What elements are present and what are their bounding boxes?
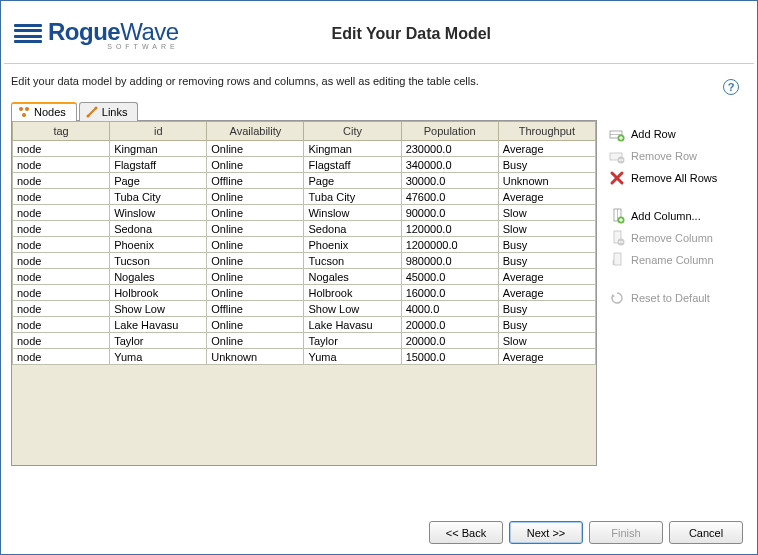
table-cell[interactable]: Show Low	[304, 301, 401, 317]
table-cell[interactable]: Online	[207, 269, 304, 285]
table-cell[interactable]: Slow	[498, 333, 595, 349]
table-cell[interactable]: 340000.0	[401, 157, 498, 173]
column-header[interactable]: tag	[13, 122, 110, 141]
table-cell[interactable]: Busy	[498, 237, 595, 253]
table-cell[interactable]: Page	[304, 173, 401, 189]
table-cell[interactable]: node	[13, 205, 110, 221]
table-cell[interactable]: Winslow	[304, 205, 401, 221]
table-cell[interactable]: Online	[207, 333, 304, 349]
add-column-button[interactable]: Add Column...	[607, 205, 747, 227]
table-row[interactable]: nodeKingmanOnlineKingman230000.0Average	[13, 141, 596, 157]
table-cell[interactable]: Average	[498, 269, 595, 285]
table-row[interactable]: nodePageOfflinePage30000.0Unknown	[13, 173, 596, 189]
table-cell[interactable]: Lake Havasu	[304, 317, 401, 333]
table-cell[interactable]: Tuba City	[304, 189, 401, 205]
table-cell[interactable]: node	[13, 141, 110, 157]
table-cell[interactable]: 1200000.0	[401, 237, 498, 253]
table-cell[interactable]: Tucson	[304, 253, 401, 269]
column-header[interactable]: Availability	[207, 122, 304, 141]
table-row[interactable]: nodeSedonaOnlineSedona120000.0Slow	[13, 221, 596, 237]
table-cell[interactable]: Online	[207, 317, 304, 333]
table-cell[interactable]: 45000.0	[401, 269, 498, 285]
table-row[interactable]: nodeShow LowOfflineShow Low4000.0Busy	[13, 301, 596, 317]
table-cell[interactable]: Online	[207, 189, 304, 205]
tab-links[interactable]: Links	[79, 102, 139, 121]
table-cell[interactable]: Holbrook	[110, 285, 207, 301]
table-cell[interactable]: Slow	[498, 221, 595, 237]
table-cell[interactable]: Average	[498, 349, 595, 365]
table-cell[interactable]: Kingman	[304, 141, 401, 157]
table-cell[interactable]: Taylor	[304, 333, 401, 349]
table-row[interactable]: nodeFlagstaffOnlineFlagstaff340000.0Busy	[13, 157, 596, 173]
table-cell[interactable]: Busy	[498, 317, 595, 333]
table-cell[interactable]: Slow	[498, 205, 595, 221]
column-header[interactable]: Throughput	[498, 122, 595, 141]
table-cell[interactable]: Average	[498, 141, 595, 157]
column-header[interactable]: City	[304, 122, 401, 141]
cancel-button[interactable]: Cancel	[669, 521, 743, 544]
table-row[interactable]: nodeLake HavasuOnlineLake Havasu20000.0B…	[13, 317, 596, 333]
table-row[interactable]: nodeNogalesOnlineNogales45000.0Average	[13, 269, 596, 285]
table-cell[interactable]: 20000.0	[401, 317, 498, 333]
table-cell[interactable]: Tuba City	[110, 189, 207, 205]
table-cell[interactable]: Unknown	[498, 173, 595, 189]
column-header[interactable]: Population	[401, 122, 498, 141]
table-row[interactable]: nodeWinslowOnlineWinslow90000.0Slow	[13, 205, 596, 221]
table-cell[interactable]: Busy	[498, 253, 595, 269]
table-cell[interactable]: 20000.0	[401, 333, 498, 349]
data-grid[interactable]: tagidAvailabilityCityPopulationThroughpu…	[12, 121, 596, 365]
column-header[interactable]: id	[110, 122, 207, 141]
table-cell[interactable]: Flagstaff	[110, 157, 207, 173]
table-cell[interactable]: Sedona	[304, 221, 401, 237]
table-cell[interactable]: Average	[498, 189, 595, 205]
table-cell[interactable]: 47600.0	[401, 189, 498, 205]
table-cell[interactable]: Online	[207, 157, 304, 173]
table-cell[interactable]: Phoenix	[110, 237, 207, 253]
table-cell[interactable]: Holbrook	[304, 285, 401, 301]
table-cell[interactable]: 230000.0	[401, 141, 498, 157]
table-cell[interactable]: 30000.0	[401, 173, 498, 189]
table-cell[interactable]: Online	[207, 285, 304, 301]
table-cell[interactable]: Flagstaff	[304, 157, 401, 173]
tab-nodes[interactable]: Nodes	[11, 102, 77, 121]
table-cell[interactable]: node	[13, 157, 110, 173]
table-cell[interactable]: Taylor	[110, 333, 207, 349]
table-cell[interactable]: Busy	[498, 301, 595, 317]
next-button[interactable]: Next >>	[509, 521, 583, 544]
table-cell[interactable]: node	[13, 317, 110, 333]
table-cell[interactable]: Online	[207, 221, 304, 237]
table-cell[interactable]: node	[13, 237, 110, 253]
table-row[interactable]: nodePhoenixOnlinePhoenix1200000.0Busy	[13, 237, 596, 253]
table-row[interactable]: nodeYumaUnknownYuma15000.0Average	[13, 349, 596, 365]
table-cell[interactable]: Tucson	[110, 253, 207, 269]
table-cell[interactable]: Unknown	[207, 349, 304, 365]
table-cell[interactable]: Online	[207, 253, 304, 269]
table-cell[interactable]: Offline	[207, 301, 304, 317]
table-cell[interactable]: Winslow	[110, 205, 207, 221]
table-cell[interactable]: node	[13, 269, 110, 285]
table-cell[interactable]: 90000.0	[401, 205, 498, 221]
table-row[interactable]: nodeTaylorOnlineTaylor20000.0Slow	[13, 333, 596, 349]
help-icon[interactable]: ?	[723, 79, 739, 95]
table-cell[interactable]: node	[13, 349, 110, 365]
table-cell[interactable]: node	[13, 173, 110, 189]
table-cell[interactable]: node	[13, 285, 110, 301]
remove-all-rows-button[interactable]: Remove All Rows	[607, 167, 747, 189]
table-cell[interactable]: Nogales	[304, 269, 401, 285]
table-cell[interactable]: node	[13, 253, 110, 269]
table-cell[interactable]: Page	[110, 173, 207, 189]
table-cell[interactable]: Kingman	[110, 141, 207, 157]
add-row-button[interactable]: Add Row	[607, 123, 747, 145]
table-row[interactable]: nodeTuba CityOnlineTuba City47600.0Avera…	[13, 189, 596, 205]
table-row[interactable]: nodeHolbrookOnlineHolbrook16000.0Average	[13, 285, 596, 301]
table-cell[interactable]: Yuma	[304, 349, 401, 365]
table-cell[interactable]: Nogales	[110, 269, 207, 285]
table-cell[interactable]: Online	[207, 141, 304, 157]
table-cell[interactable]: 16000.0	[401, 285, 498, 301]
table-row[interactable]: nodeTucsonOnlineTucson980000.0Busy	[13, 253, 596, 269]
table-cell[interactable]: Offline	[207, 173, 304, 189]
table-cell[interactable]: 15000.0	[401, 349, 498, 365]
table-cell[interactable]: node	[13, 221, 110, 237]
table-cell[interactable]: Phoenix	[304, 237, 401, 253]
table-cell[interactable]: Online	[207, 237, 304, 253]
